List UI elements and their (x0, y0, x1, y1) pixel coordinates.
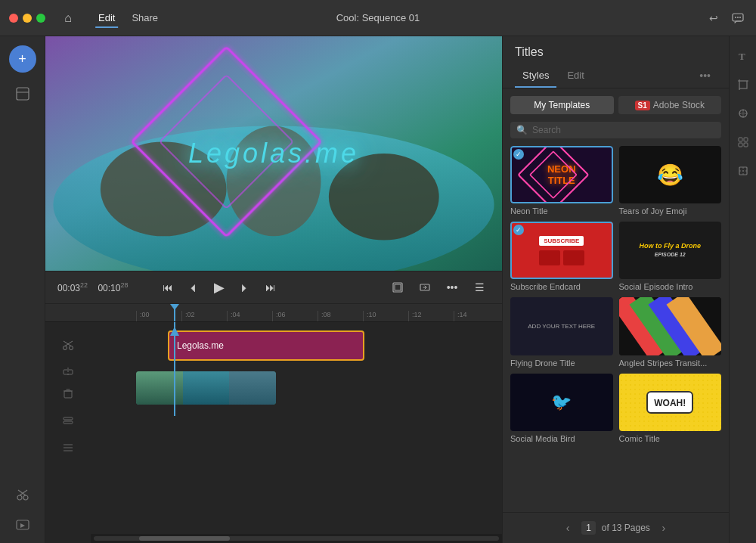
ruler-mark: :08 (318, 311, 363, 321)
template-comic[interactable]: WOAH! Comic Title (619, 374, 722, 443)
ruler-mark: :12 (408, 311, 454, 321)
skip-to-end-button[interactable]: ⏭ (260, 277, 281, 298)
cut-tool[interactable] (57, 334, 79, 355)
maximize-button[interactable] (36, 14, 45, 23)
neon-title-text: NEONTITLE (547, 163, 576, 187)
neon-title-name: Neon Title (510, 206, 613, 216)
svg-rect-30 (64, 417, 73, 420)
timeline-ruler: :00 :02 :04 :06 :08 :10 :12 :14 (45, 304, 502, 322)
my-templates-tab[interactable]: My Templates (510, 96, 614, 114)
tears-joy-thumb: 😂 (619, 146, 722, 203)
prev-page-button[interactable]: ‹ (560, 520, 575, 535)
adobe-stock-badge: S1 (635, 101, 650, 110)
play-button[interactable]: ▶ (209, 277, 230, 298)
search-input[interactable] (532, 125, 715, 135)
subscribe-thumb: SUBSCRIBE ✓ (510, 222, 613, 279)
svg-rect-48 (744, 143, 748, 147)
settings-button[interactable]: ☰ (469, 277, 490, 298)
comic-thumb: WOAH! (619, 374, 722, 431)
svg-point-1 (735, 17, 736, 18)
ruler-mark: :04 (227, 311, 272, 321)
sequence-title: Cool: Sequence 01 (336, 12, 420, 23)
effects-icon[interactable] (733, 103, 754, 124)
templates-grid: NEONTITLE ✓ Neon Title 😂 Te (510, 146, 721, 443)
skip-to-start-button[interactable]: ⏮ (157, 277, 178, 298)
current-page: 1 (581, 521, 596, 535)
media-icon[interactable] (11, 513, 35, 537)
template-subscribe[interactable]: SUBSCRIBE ✓ Subscribe Endcard (510, 222, 613, 291)
scrollbar-track[interactable] (94, 536, 499, 541)
scrollbar-thumb[interactable] (139, 536, 230, 541)
svg-rect-4 (17, 88, 29, 100)
step-forward-button[interactable]: ⏵ (234, 277, 256, 298)
timeline-area: :00 :02 :04 :06 :08 :10 :12 :14 (45, 304, 502, 543)
titlebar: ⌂ Edit Share Cool: Sequence 01 ↩ (0, 0, 756, 36)
panel-icon[interactable] (11, 82, 35, 106)
more-options-button[interactable]: ••• (442, 277, 463, 298)
svg-text:T: T (739, 51, 745, 62)
home-button[interactable]: ⌂ (57, 8, 79, 29)
ruler-marks: :00 :02 :04 :06 :08 :10 :12 :14 (91, 304, 502, 321)
panel-more-button[interactable]: ••• (693, 67, 717, 88)
svg-rect-46 (744, 138, 748, 141)
video-clip[interactable] (136, 371, 276, 405)
share-menu-tab[interactable]: Share (124, 9, 166, 26)
drone-name: Flying Drone Title (510, 358, 613, 368)
adobe-stock-tab[interactable]: S1 Adobe Stock (618, 96, 722, 114)
tears-emoji: 😂 (657, 163, 683, 188)
subscribe-btn-label: SUBSCRIBE (539, 236, 584, 246)
ruler-playhead (174, 304, 175, 321)
tab-styles[interactable]: Styles (515, 67, 556, 88)
subscribe-cards (539, 250, 584, 265)
crop-icon[interactable] (733, 74, 754, 95)
delete-tool[interactable] (57, 383, 79, 404)
list-tool[interactable] (57, 437, 79, 458)
text-tool-icon[interactable]: T (733, 45, 754, 67)
svg-rect-35 (519, 146, 588, 203)
arrange-tool[interactable] (57, 410, 79, 431)
right-panel-icons: T (729, 36, 756, 543)
edit-menu-tab[interactable]: Edit (91, 9, 122, 26)
ruler-mark: :06 (272, 311, 318, 321)
grid-icon[interactable] (733, 132, 754, 153)
template-bird[interactable]: 🐦 Social Media Bird (510, 374, 613, 443)
template-social-episode[interactable]: How to Fly a DroneEPISODE 12 Social Epis… (619, 222, 722, 291)
comic-name: Comic Title (619, 434, 722, 443)
video-frame: Legolas.me (45, 36, 502, 271)
text-clip[interactable]: Legolas.me (168, 330, 364, 361)
svg-rect-27 (64, 391, 72, 398)
video-track-row (91, 369, 502, 407)
social-episode-thumb: How to Fly a DroneEPISODE 12 (619, 222, 722, 279)
svg-rect-31 (64, 421, 73, 424)
scissors-icon[interactable] (11, 482, 35, 507)
split-tool[interactable] (57, 361, 79, 383)
close-button[interactable] (9, 14, 18, 23)
thumb-piece-1 (136, 371, 183, 405)
template-tears-joy[interactable]: 😂 Tears of Joy Emoji (619, 146, 722, 216)
titles-content: My Templates S1 Adobe Stock 🔍 (503, 88, 729, 512)
right-wrapper: Titles Styles Edit ••• My Templates S1 A… (502, 36, 756, 543)
add-button[interactable]: + (9, 45, 36, 73)
step-back-button[interactable]: ⏴ (183, 277, 204, 298)
minimize-button[interactable] (23, 14, 32, 23)
svg-line-9 (18, 490, 26, 495)
svg-point-7 (23, 495, 28, 500)
svg-line-24 (64, 341, 71, 346)
svg-rect-36 (530, 151, 577, 198)
thumb-piece-2 (183, 371, 230, 405)
export-button[interactable] (414, 277, 435, 298)
tab-edit[interactable]: Edit (559, 67, 591, 88)
next-page-button[interactable]: › (656, 520, 671, 535)
undo-icon[interactable]: ↩ (705, 9, 723, 27)
social-episode-text: How to Fly a DroneEPISODE 12 (639, 242, 701, 259)
comment-icon[interactable] (729, 9, 747, 27)
template-drone[interactable]: ADD YOUR TEXT HERE Flying Drone Title (510, 297, 613, 367)
nav-icons: ⌂ (57, 8, 79, 29)
panel-tabs: Styles Edit ••• (515, 67, 717, 88)
template-neon-title[interactable]: NEONTITLE ✓ Neon Title (510, 146, 613, 216)
tears-joy-name: Tears of Joy Emoji (619, 206, 722, 216)
fit-frame-button[interactable] (387, 277, 408, 298)
transform-icon[interactable] (733, 160, 754, 182)
template-stripes[interactable]: Angled Stripes Transit... (619, 297, 722, 367)
transport-controls: ⏮ ⏴ ▶ ⏵ ⏭ (157, 277, 281, 298)
